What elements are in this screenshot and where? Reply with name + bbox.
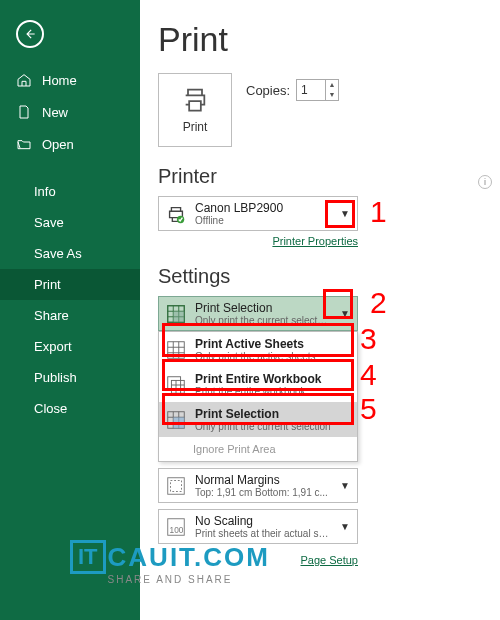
back-button[interactable] — [16, 20, 44, 48]
menu-item-ignore-print-area: Ignore Print Area — [159, 437, 357, 461]
sidebar-item-label: Open — [42, 137, 74, 152]
settings-heading: Settings — [158, 265, 500, 288]
sidebar-item-label: New — [42, 105, 68, 120]
dd-title: Print Selection — [195, 301, 329, 315]
sidebar-item-label: Home — [42, 73, 77, 88]
sidebar-item-save[interactable]: Save — [0, 207, 140, 238]
watermark-logo: IT CAUIT.COM SHARE AND SHARE — [40, 540, 300, 585]
printer-status: Offline — [195, 215, 329, 226]
info-icon[interactable]: i — [478, 175, 492, 189]
backstage-sidebar: Home New Open Info Save Save As Print Sh… — [0, 0, 140, 620]
margins-dropdown[interactable]: Normal Margins Top: 1,91 cm Bottom: 1,91… — [158, 468, 358, 503]
open-folder-icon — [16, 136, 32, 152]
printer-device-icon — [165, 203, 187, 225]
copies-down[interactable]: ▼ — [326, 90, 338, 100]
workbook-icon — [165, 374, 187, 396]
printer-name: Canon LBP2900 — [195, 201, 329, 215]
printer-heading: Printer — [158, 165, 500, 188]
sidebar-item-home[interactable]: Home — [0, 64, 140, 96]
svg-rect-5 — [171, 380, 184, 393]
sidebar-item-print[interactable]: Print — [0, 269, 140, 300]
selection-icon — [165, 409, 187, 431]
chevron-down-icon: ▼ — [337, 308, 353, 319]
svg-rect-9 — [171, 480, 182, 491]
copies-label: Copies: — [246, 83, 290, 98]
printer-icon — [181, 86, 209, 114]
svg-rect-7 — [173, 417, 184, 428]
scaling-dropdown[interactable]: 100 No Scaling Print sheets at their act… — [158, 509, 358, 544]
copies-spinner[interactable]: 1 ▲ ▼ — [296, 79, 339, 101]
new-doc-icon — [16, 104, 32, 120]
menu-item-print-selection[interactable]: Print Selection Only print the current s… — [159, 402, 357, 437]
sheet-icon — [165, 339, 187, 361]
print-button-label: Print — [183, 120, 208, 134]
sheet-selection-icon — [165, 303, 187, 325]
page-title: Print — [158, 20, 500, 59]
sidebar-item-new[interactable]: New — [0, 96, 140, 128]
printer-properties-link[interactable]: Printer Properties — [158, 235, 358, 247]
sidebar-item-save-as[interactable]: Save As — [0, 238, 140, 269]
sidebar-item-close[interactable]: Close — [0, 393, 140, 424]
chevron-down-icon: ▼ — [337, 480, 353, 491]
sidebar-item-publish[interactable]: Publish — [0, 362, 140, 393]
chevron-down-icon: ▼ — [337, 521, 353, 532]
print-what-dropdown[interactable]: Print Selection Only print the current s… — [158, 296, 358, 331]
svg-rect-3 — [168, 341, 185, 358]
menu-item-active-sheets[interactable]: Print Active Sheets Only print the activ… — [159, 332, 357, 367]
copies-value[interactable]: 1 — [297, 83, 325, 97]
menu-item-entire-workbook[interactable]: Print Entire Workbook Print the entire w… — [159, 367, 357, 402]
print-what-menu: Print Active Sheets Only print the activ… — [158, 331, 358, 462]
home-icon — [16, 72, 32, 88]
sidebar-item-info[interactable]: Info — [0, 176, 140, 207]
dd-sub: Only print the current selection — [195, 315, 329, 326]
printer-dropdown[interactable]: Canon LBP2900 Offline ▼ — [158, 196, 358, 231]
back-arrow-icon — [23, 27, 37, 41]
scale-icon: 100 — [165, 516, 187, 538]
svg-rect-2 — [173, 311, 184, 322]
main-panel: Print Print Copies: 1 ▲ ▼ Printer — [140, 0, 500, 620]
svg-text:100: 100 — [170, 525, 184, 534]
chevron-down-icon: ▼ — [337, 208, 353, 219]
sidebar-item-export[interactable]: Export — [0, 331, 140, 362]
copies-up[interactable]: ▲ — [326, 80, 338, 90]
print-button[interactable]: Print — [158, 73, 232, 147]
margins-icon — [165, 475, 187, 497]
sidebar-item-open[interactable]: Open — [0, 128, 140, 160]
sidebar-item-share[interactable]: Share — [0, 300, 140, 331]
